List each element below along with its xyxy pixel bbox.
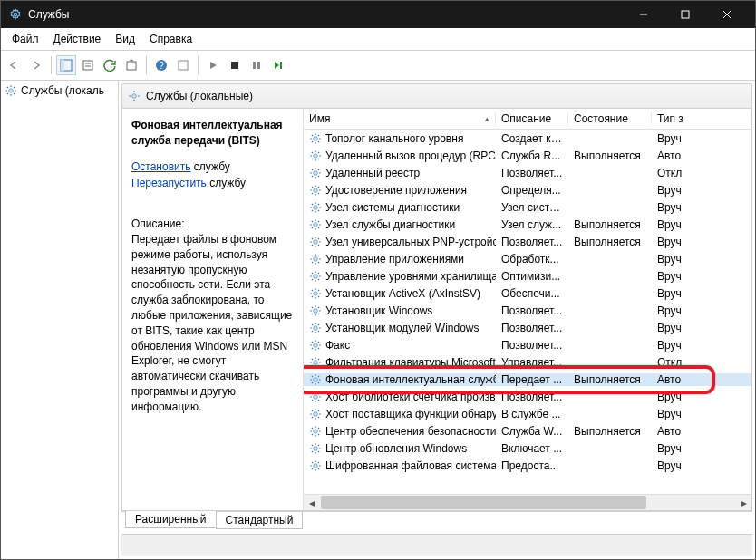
service-desc: Определя... [496, 184, 568, 197]
service-row[interactable]: Удаленный вызов процедур (RPC)Служба R..… [304, 147, 751, 164]
service-name: Узел службы диагностики [325, 218, 455, 231]
action-icon[interactable] [173, 55, 193, 75]
service-row[interactable]: Фоновая интеллектуальная служба п...Пере… [304, 371, 751, 388]
back-icon[interactable] [5, 55, 24, 75]
svg-rect-16 [257, 62, 260, 69]
tree-root-label: Службы (локаль [21, 84, 104, 97]
horizontal-scrollbar[interactable]: ◂ ▸ [304, 494, 751, 510]
service-row[interactable]: Тополог канального уровняСоздает ка...Вр… [304, 130, 751, 147]
service-name: Удостоверение приложения [325, 184, 467, 197]
svg-line-172 [312, 392, 313, 393]
service-name: Установщик ActiveX (AxInstSV) [325, 287, 480, 300]
gear-icon [309, 184, 322, 197]
svg-line-130 [318, 306, 319, 307]
app-gear-icon [8, 7, 23, 22]
svg-line-129 [312, 313, 313, 314]
service-row[interactable]: Узел службы диагностикиУзел служ...Выпол… [304, 216, 751, 233]
properties-icon[interactable] [78, 55, 98, 75]
svg-line-184 [318, 410, 319, 410]
svg-point-68 [314, 205, 318, 209]
svg-point-122 [314, 308, 318, 313]
scroll-right-icon[interactable]: ▸ [736, 495, 751, 510]
svg-rect-17 [280, 62, 282, 69]
service-list[interactable]: Тополог канального уровняСоздает ка...Вр… [304, 130, 751, 494]
svg-line-202 [318, 444, 319, 445]
svg-line-193 [318, 427, 319, 428]
menu-action[interactable]: Действие [48, 31, 107, 47]
restart-service-link[interactable]: Перезапустить [131, 177, 207, 189]
tab-standard[interactable]: Стандартный [216, 512, 304, 529]
service-row[interactable]: Центр обеспечения безопасностиСлужба W..… [304, 422, 751, 439]
menu-file[interactable]: Файл [6, 31, 44, 47]
gear-icon [309, 408, 322, 420]
refresh-icon[interactable] [100, 55, 120, 75]
service-row[interactable]: Удаленный реестрПозволяет...Откл [304, 164, 751, 181]
service-row[interactable]: Удостоверение приложенияОпределя...Вруч [304, 181, 751, 198]
column-name[interactable]: Имя▴ [304, 112, 496, 125]
service-row[interactable]: Хост библиотеки счетчика производи...Поз… [304, 388, 751, 405]
svg-rect-10 [127, 62, 136, 70]
scroll-left-icon[interactable]: ◂ [304, 495, 319, 510]
column-description[interactable]: Описание [496, 112, 568, 125]
svg-line-103 [318, 255, 319, 256]
help-icon[interactable]: ? [151, 55, 171, 75]
stop-service-link[interactable]: Остановить [131, 160, 191, 173]
service-row[interactable]: Узел системы диагностикиУзел систе...Вру… [304, 198, 751, 216]
service-desc: В службе ... [496, 408, 568, 420]
svg-line-100 [312, 255, 313, 256]
service-row[interactable]: Центр обновления WindowsВключает ...Вруч [304, 439, 751, 457]
service-desc: Обеспечи... [496, 287, 568, 300]
service-name: Центр обеспечения безопасности [325, 425, 496, 438]
svg-line-138 [312, 330, 313, 331]
service-row[interactable]: Управление уровнями хранилищаОптимизи...… [304, 267, 751, 285]
service-row[interactable]: ФаксПозволяет...Вруч [304, 336, 751, 353]
service-row[interactable]: Хост поставщика функции обнаруже...В слу… [304, 405, 751, 422]
service-row[interactable]: Установщик ActiveX (AxInstSV)Обеспечи...… [304, 285, 751, 302]
menubar: Файл Действие Вид Справка [1, 28, 755, 51]
svg-line-190 [312, 427, 313, 428]
service-desc: Передает ... [496, 373, 568, 386]
svg-line-208 [312, 461, 313, 462]
svg-line-48 [312, 158, 313, 159]
svg-line-64 [312, 186, 313, 187]
list-header-bar: Службы (локальные) [121, 83, 752, 109]
svg-line-119 [318, 295, 319, 296]
statusbar [121, 534, 752, 556]
svg-line-199 [312, 444, 313, 445]
export-icon[interactable] [121, 55, 141, 75]
menu-help[interactable]: Справка [144, 31, 198, 47]
close-button[interactable] [706, 1, 748, 28]
pause-icon[interactable] [247, 55, 267, 75]
tab-extended[interactable]: Расширенный [125, 511, 217, 528]
tree-root-item[interactable]: Службы (локаль [5, 84, 114, 97]
forward-icon[interactable] [26, 55, 46, 75]
svg-line-94 [318, 237, 319, 238]
service-startup: Вруч [652, 459, 751, 472]
service-row[interactable]: Установщик WindowsПозволяет...Вруч [304, 302, 751, 319]
service-row[interactable]: Узел универсальных PNP-устройствПозволяе… [304, 233, 751, 250]
gear-icon [5, 84, 17, 97]
show-hide-tree-icon[interactable] [56, 55, 76, 75]
minimize-button[interactable] [623, 1, 664, 28]
column-state[interactable]: Состояние [568, 112, 652, 125]
gear-icon [128, 90, 141, 102]
svg-line-49 [318, 151, 319, 152]
service-row[interactable]: Управление приложениямиОбработк...Вруч [304, 250, 751, 267]
maximize-button[interactable] [664, 1, 706, 28]
gear-icon [309, 391, 322, 403]
svg-line-128 [318, 313, 319, 314]
service-row[interactable]: Установщик модулей WindowsПозволяет...Вр… [304, 319, 751, 336]
view-tabs: Расширенный Стандартный [121, 511, 752, 532]
menu-view[interactable]: Вид [110, 31, 141, 47]
restart-icon[interactable] [268, 55, 288, 75]
stop-icon[interactable] [225, 55, 245, 75]
column-startup[interactable]: Тип з [652, 112, 751, 125]
service-name: Узел системы диагностики [325, 201, 460, 214]
service-row[interactable]: Шифрованная файловая система (EFS)Предос… [304, 457, 751, 474]
svg-line-127 [312, 306, 313, 307]
service-desc: Служба R... [496, 150, 568, 162]
detail-panel: Фоновая интеллектуальная служба передачи… [122, 109, 304, 510]
svg-line-136 [312, 323, 313, 324]
play-icon[interactable] [203, 55, 223, 75]
service-row[interactable]: Фильтрация клавиатуры MicrosoftУправляет… [304, 353, 751, 371]
